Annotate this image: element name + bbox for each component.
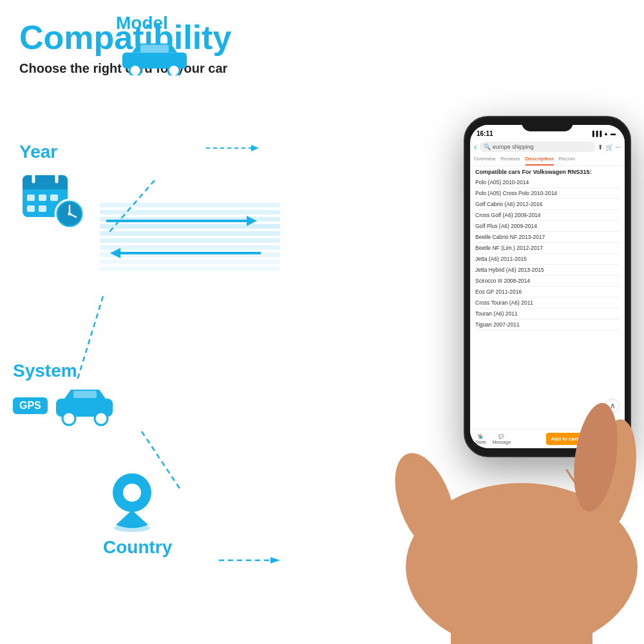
search-icon: 🔍 bbox=[484, 144, 491, 150]
system-label: System bbox=[13, 361, 117, 381]
back-icon[interactable]: ‹ bbox=[474, 142, 477, 152]
svg-rect-13 bbox=[23, 182, 68, 189]
svg-point-25 bbox=[68, 213, 71, 216]
stripe-1 bbox=[100, 203, 280, 207]
more-icon[interactable]: ··· bbox=[616, 144, 621, 151]
svg-marker-6 bbox=[251, 145, 259, 151]
search-text: europe shipping bbox=[493, 144, 534, 150]
svg-marker-4 bbox=[270, 557, 280, 564]
compatibility-title: Compatibility bbox=[19, 19, 380, 56]
svg-point-9 bbox=[168, 65, 180, 76]
country-group: Country bbox=[103, 470, 172, 561]
arrow-right-icon bbox=[106, 211, 261, 231]
nav-tabs: Overview Reviews Description Recom bbox=[470, 153, 625, 166]
svg-rect-10 bbox=[140, 45, 169, 53]
arrow-left-icon bbox=[106, 243, 261, 263]
gps-badge: GPS bbox=[13, 397, 48, 414]
stripe-6 bbox=[100, 238, 280, 243]
svg-rect-19 bbox=[27, 205, 35, 212]
svg-rect-16 bbox=[27, 194, 35, 201]
svg-rect-33 bbox=[73, 391, 97, 398]
wifi-icon: ▲ bbox=[603, 131, 609, 137]
system-icon-group: GPS bbox=[13, 384, 117, 426]
tab-description[interactable]: Description bbox=[526, 153, 554, 166]
year-label: Year bbox=[19, 142, 84, 162]
svg-marker-27 bbox=[247, 216, 257, 226]
svg-point-36 bbox=[114, 524, 150, 532]
nav-row: ‹ 🔍 europe shipping ⬆ 🛒 ··· bbox=[470, 140, 625, 153]
signal-icon: ▐▐▐ bbox=[591, 131, 601, 137]
cart-icon[interactable]: 🛒 bbox=[605, 144, 613, 151]
svg-point-31 bbox=[62, 412, 75, 425]
hand-svg bbox=[367, 193, 644, 644]
status-icons: ▐▐▐ ▲ ▬ bbox=[591, 131, 616, 137]
svg-rect-41 bbox=[451, 567, 592, 644]
svg-marker-29 bbox=[110, 248, 120, 258]
main-container: Compatibility Choose the right card for … bbox=[0, 0, 644, 644]
search-bar[interactable]: 🔍 europe shipping bbox=[480, 142, 595, 152]
share-icon[interactable]: ⬆ bbox=[598, 144, 603, 151]
arrows-container bbox=[100, 200, 306, 283]
svg-point-32 bbox=[95, 412, 108, 425]
stripe-5 bbox=[100, 231, 280, 236]
country-label: Country bbox=[103, 537, 172, 558]
list-item: Polo (A05) 2010-2014 bbox=[475, 177, 620, 188]
status-time: 16:11 bbox=[477, 130, 493, 137]
tab-reviews[interactable]: Reviews bbox=[500, 153, 520, 166]
svg-point-35 bbox=[123, 484, 141, 502]
model-group: Model bbox=[116, 13, 193, 78]
calendar-year-icon bbox=[19, 166, 84, 230]
car-list-title: Compatible cars For Volkswagen RNS315: bbox=[475, 169, 620, 175]
tab-recom[interactable]: Recom bbox=[559, 153, 575, 166]
phone-container: 16:11 ▐▐▐ ▲ ▬ ‹ 🔍 europe shipping ⬆ � bbox=[367, 97, 644, 644]
svg-rect-17 bbox=[39, 194, 46, 201]
gps-car-icon bbox=[53, 384, 117, 426]
tab-overview[interactable]: Overview bbox=[474, 153, 495, 166]
svg-rect-18 bbox=[50, 194, 58, 201]
svg-point-8 bbox=[129, 65, 141, 76]
model-label: Model bbox=[116, 13, 193, 33]
compatibility-subtitle: Choose the right card for your car bbox=[19, 61, 380, 76]
battery-icon: ▬ bbox=[611, 131, 616, 137]
stripe-10 bbox=[100, 267, 280, 271]
phone-notch bbox=[522, 117, 573, 131]
left-content: Compatibility Choose the right card for … bbox=[19, 19, 380, 102]
system-group: System GPS bbox=[13, 361, 117, 426]
car-model-icon bbox=[116, 37, 193, 75]
year-group: Year bbox=[19, 142, 84, 232]
location-pin-icon bbox=[103, 470, 161, 535]
svg-rect-20 bbox=[39, 205, 46, 212]
